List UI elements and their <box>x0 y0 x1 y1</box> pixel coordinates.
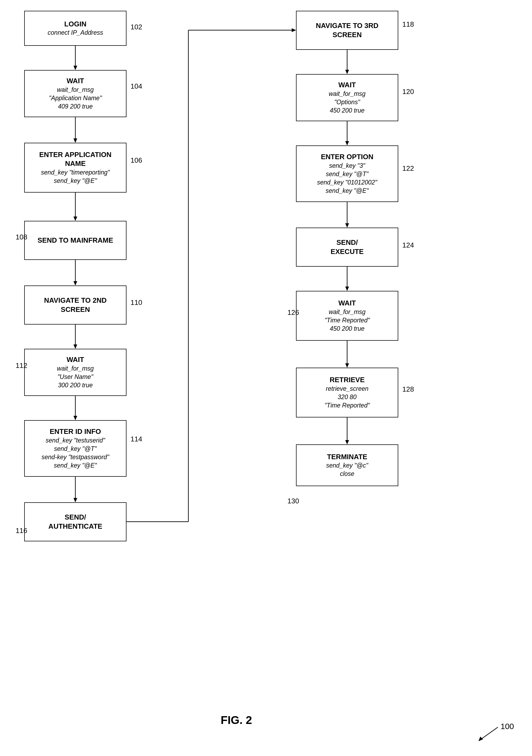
box-wait-3-title: WAIT <box>339 81 356 90</box>
ref-124: 124 <box>402 241 414 249</box>
box-send-auth-title: SEND/AUTHENTICATE <box>48 513 102 531</box>
box-send-mainframe-title: SEND TO MAINFRAME <box>38 236 113 245</box>
ref-120: 120 <box>402 88 414 96</box>
box-retrieve-detail: retrieve_screen320 80"Time Reported" <box>324 385 370 410</box>
box-wait-2: WAIT wait_for_msg"User Name"300 200 true <box>24 349 126 396</box>
svg-marker-19 <box>345 70 349 74</box>
svg-marker-29 <box>345 440 349 445</box>
box-terminate-title: TERMINATE <box>327 452 367 462</box>
box-enter-id-detail: send_key "testuserid"send_key "@T"send-k… <box>41 436 109 470</box>
box-enter-app-name-detail: send_key "timereporting"send_key "@E" <box>41 168 110 185</box>
box-enter-option-detail: send_key "3"send_key "@T"send_key "01012… <box>317 162 377 195</box>
box-login-title: LOGIN <box>64 20 87 29</box>
box-send-authenticate: SEND/AUTHENTICATE <box>24 502 126 541</box>
svg-marker-1 <box>73 66 77 70</box>
ref-100: 100 <box>500 722 514 731</box>
box-enter-id-info: ENTER ID INFO send_key "testuserid"send_… <box>24 420 126 477</box>
svg-marker-11 <box>73 416 77 420</box>
ref-114: 114 <box>131 435 142 443</box>
box-enter-app-name-title: ENTER APPLICATION NAME <box>29 150 122 169</box>
box-retrieve: RETRIEVE retrieve_screen320 80"Time Repo… <box>296 368 398 418</box>
box-terminate-detail: send_key "@c"close <box>326 461 368 478</box>
svg-marker-9 <box>73 344 77 349</box>
svg-marker-25 <box>345 286 349 291</box>
box-wait-1-detail: wait_for_msg"Application Name"409 200 tr… <box>49 86 102 111</box>
figure-label: FIG. 2 <box>221 714 252 727</box>
ref-106: 106 <box>131 156 142 165</box>
box-send-execute-title: SEND/EXECUTE <box>331 238 364 256</box>
box-enter-app-name: ENTER APPLICATION NAME send_key "timerep… <box>24 143 126 193</box>
box-retrieve-title: RETRIEVE <box>330 375 365 385</box>
ref-130: 130 <box>288 497 299 505</box>
box-wait-4-title: WAIT <box>339 299 356 308</box>
box-wait-1-title: WAIT <box>67 76 84 86</box>
box-navigate-2nd-title: NAVIGATE TO 2ND SCREEN <box>29 296 122 314</box>
box-login-detail: connect IP_Address <box>48 29 103 37</box>
svg-marker-3 <box>73 138 77 143</box>
ref-110: 110 <box>131 298 142 307</box>
box-enter-id-title: ENTER ID INFO <box>50 427 101 436</box>
svg-marker-23 <box>345 223 349 228</box>
box-navigate-2nd: NAVIGATE TO 2ND SCREEN <box>24 285 126 325</box>
ref-108: 108 <box>15 233 27 241</box>
corner-ref-svg <box>471 722 525 749</box>
box-wait-3: WAIT wait_for_msg"Options"450 200 true <box>296 74 398 121</box>
ref-118: 118 <box>402 20 414 29</box>
box-send-execute: SEND/EXECUTE <box>296 228 398 267</box>
box-wait-4: WAIT wait_for_msg"Time Reported"450 200 … <box>296 291 398 341</box>
box-terminate: TERMINATE send_key "@c"close <box>296 445 398 486</box>
ref-128: 128 <box>402 385 414 393</box>
ref-104: 104 <box>131 82 142 91</box>
box-wait-2-detail: wait_for_msg"User Name"300 200 true <box>57 364 94 390</box>
svg-marker-7 <box>73 281 77 285</box>
box-login: LOGIN connect IP_Address <box>24 11 126 46</box>
svg-marker-5 <box>73 217 77 221</box>
ref-112: 112 <box>15 362 27 370</box>
box-send-to-mainframe: SEND TO MAINFRAME <box>24 221 126 260</box>
ref-116: 116 <box>15 526 27 535</box>
box-wait-2-title: WAIT <box>67 355 84 364</box>
diagram-container: LOGIN connect IP_Address 102 WAIT wait_f… <box>0 0 532 756</box>
box-wait-3-detail: wait_for_msg"Options"450 200 true <box>329 90 366 115</box>
ref-102: 102 <box>131 23 142 31</box>
svg-marker-21 <box>345 141 349 146</box>
svg-marker-31 <box>478 737 483 741</box>
svg-marker-27 <box>345 363 349 368</box>
svg-marker-17 <box>292 28 296 32</box>
box-enter-option-title: ENTER OPTION <box>321 152 373 162</box>
box-navigate-3rd: NAVIGATE TO 3RD SCREEN <box>296 11 398 50</box>
box-wait-4-detail: wait_for_msg"Time Reported"450 200 true <box>324 308 370 333</box>
svg-marker-13 <box>73 498 77 502</box>
box-enter-option: ENTER OPTION send_key "3"send_key "@T"se… <box>296 146 398 202</box>
box-wait-1: WAIT wait_for_msg"Application Name"409 2… <box>24 70 126 117</box>
box-navigate-3rd-title: NAVIGATE TO 3RD SCREEN <box>301 21 394 40</box>
ref-122: 122 <box>402 164 414 173</box>
ref-126: 126 <box>288 309 299 317</box>
